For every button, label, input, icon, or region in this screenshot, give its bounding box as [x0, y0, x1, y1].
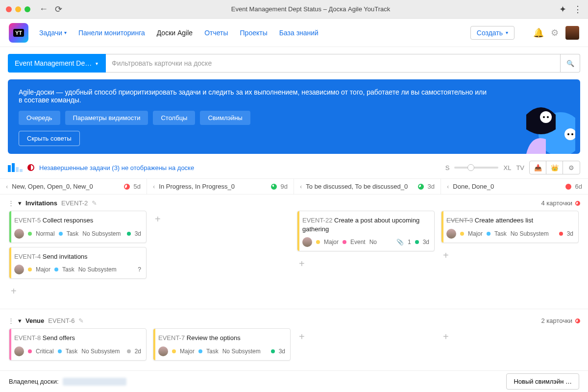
hide-tips-button[interactable]: Скрыть советы [19, 131, 80, 146]
column-header[interactable]: ‹ To be discussed, To be discussed_0 3d [294, 179, 441, 194]
nav-dashboards[interactable]: Панели мониторинга [78, 29, 145, 37]
banner-swimlanes-button[interactable]: Свимлэйны [200, 111, 250, 125]
add-card-button[interactable]: + [441, 247, 451, 264]
assignee-avatar[interactable] [158, 346, 168, 356]
board-settings-icon[interactable]: ⚙ [563, 161, 580, 174]
column-status-dot [565, 184, 571, 190]
assignee-avatar[interactable] [14, 229, 24, 239]
banner-visibility-button[interactable]: Параметры видимости [65, 111, 148, 125]
issue-title: Send offers [43, 334, 75, 342]
svg-point-2 [543, 116, 545, 118]
issue-card[interactable]: EVENT-22 Create a post about upcoming ga… [297, 211, 435, 251]
nav-issues[interactable]: Задачи ▾ [39, 29, 67, 37]
svg-point-6 [571, 133, 573, 135]
extensions-icon[interactable]: ✦ [559, 4, 566, 15]
assignee-avatar[interactable] [14, 265, 24, 274]
edit-icon[interactable]: ✎ [92, 199, 97, 207]
issue-card[interactable]: EVENT-5 Collect responses Normal Task No… [9, 211, 147, 243]
issue-card[interactable]: EVENT-7 Review the options Major Task No… [153, 328, 291, 361]
issue-meta: Major Task No Subsystem 3d [446, 229, 573, 239]
board-cell: EVENT-5 Collect responses Normal Task No… [6, 211, 150, 304]
chevron-down-icon: ▾ [96, 61, 98, 66]
banner-queue-button[interactable]: Очередь [19, 111, 60, 125]
close-window[interactable] [6, 6, 12, 12]
column-age: 9d [281, 183, 288, 190]
nav-projects[interactable]: Проекты [240, 29, 268, 37]
edit-icon[interactable]: ✎ [78, 317, 84, 324]
chevron-down-icon: ▾ [64, 30, 67, 35]
banner-columns-button[interactable]: Столбцы [153, 111, 195, 125]
collapse-icon[interactable]: ▾ [18, 199, 22, 207]
bell-icon[interactable]: 🔔 [533, 27, 544, 38]
svg-point-1 [540, 111, 552, 123]
column-status-dot [124, 184, 130, 190]
issue-card[interactable]: EVENT-3 Create attendees list Major Task… [441, 211, 579, 243]
tv-mode-label[interactable]: TV [516, 164, 524, 172]
user-avatar[interactable] [565, 26, 579, 40]
board-selector[interactable]: Event Management De…▾ [8, 54, 106, 73]
back-icon[interactable]: ← [39, 4, 48, 15]
board-cell: EVENT-22 Create a post about upcoming ga… [294, 211, 438, 304]
column-header[interactable]: ‹ In Progress, In Progress_0 9d [147, 179, 294, 194]
more-icon[interactable]: ⋮ [573, 4, 582, 15]
collapse-icon[interactable]: ▾ [18, 317, 22, 324]
app-logo[interactable] [9, 23, 28, 43]
unassigned-issues-link[interactable]: Незавершенные задачи (3) не отображены н… [39, 164, 194, 172]
create-button[interactable]: Создать▾ [470, 26, 514, 40]
card-size-slider[interactable]: S XL [445, 164, 512, 172]
nav-knowledge[interactable]: База знаний [279, 29, 318, 37]
maximize-window[interactable] [24, 6, 30, 12]
warning-icon [27, 164, 34, 171]
reload-icon[interactable]: ⟳ [55, 4, 62, 15]
chevron-left-icon: ‹ [153, 183, 155, 190]
issue-meta: Major Task No Subsystem 3d [158, 346, 285, 356]
drag-handle-icon[interactable]: ⋮ [8, 317, 14, 324]
sprint-chart-icon[interactable] [8, 163, 23, 172]
swimlane-code: EVENT-2 [61, 199, 88, 207]
view-toggle-group: 📥 👑 ⚙ [529, 161, 580, 174]
issue-meta: Major Task No Subsystem ? [14, 265, 141, 274]
board-cell: EVENT-3 Create attendees list Major Task… [438, 211, 582, 304]
chevron-left-icon: ‹ [300, 183, 302, 190]
issue-title: Review the options [187, 334, 241, 342]
view-board-icon[interactable]: 📥 [530, 161, 546, 174]
new-swimlane-button[interactable]: Новый свимлэйн … [506, 373, 579, 390]
gear-icon[interactable]: ⚙ [551, 27, 559, 38]
swimlane-code: EVENT-6 [48, 317, 74, 324]
add-card-button[interactable]: + [9, 283, 19, 300]
chevron-down-icon: ▾ [506, 30, 508, 35]
window-controls [6, 6, 30, 12]
issue-title: Create attendees list [475, 217, 533, 224]
assignee-avatar[interactable] [14, 346, 24, 356]
drag-handle-icon[interactable]: ⋮ [8, 199, 14, 207]
column-age: 3d [428, 183, 435, 190]
assignee-avatar[interactable] [302, 237, 312, 247]
search-button[interactable]: 🔍 [561, 54, 580, 73]
column-age: 5d [134, 183, 141, 190]
issue-card[interactable]: EVENT-8 Send offers Critical Task No Sub… [9, 328, 147, 361]
issue-card[interactable]: EVENT-4 Send invitations Major Task No S… [9, 247, 147, 279]
add-card-button[interactable]: + [297, 255, 307, 272]
assignee-avatar[interactable] [446, 229, 456, 239]
add-card-button[interactable]: + [297, 328, 307, 345]
minimize-window[interactable] [15, 6, 21, 12]
column-title: New, Open, Open_0, New_0 [12, 183, 93, 190]
issue-code: EVENT-5 [14, 217, 41, 224]
column-header[interactable]: ‹ Done, Done_0 6d [441, 179, 588, 194]
board-owner-name [63, 378, 126, 386]
chevron-left-icon: ‹ [6, 183, 8, 190]
nav-agile-boards[interactable]: Доски Agile [157, 29, 193, 37]
board-cell: + [150, 211, 294, 304]
column-age: 6d [575, 183, 582, 190]
add-card-button[interactable]: + [153, 211, 163, 228]
view-chart-icon[interactable]: 👑 [546, 161, 563, 174]
add-card-button[interactable]: + [441, 328, 451, 345]
nav-reports[interactable]: Отчеты [204, 29, 228, 37]
page-title: Event Management Dept Status – Доска Agi… [67, 5, 554, 13]
filter-input[interactable]: Фильтровать карточки на доске [106, 54, 561, 73]
column-title: To be discussed, To be discussed_0 [306, 183, 408, 190]
issue-title: Collect responses [43, 217, 93, 224]
column-headers: ‹ New, Open, Open_0, New_0 5d‹ In Progre… [0, 178, 588, 195]
column-header[interactable]: ‹ New, Open, Open_0, New_0 5d [0, 179, 147, 194]
svg-point-3 [547, 116, 549, 118]
